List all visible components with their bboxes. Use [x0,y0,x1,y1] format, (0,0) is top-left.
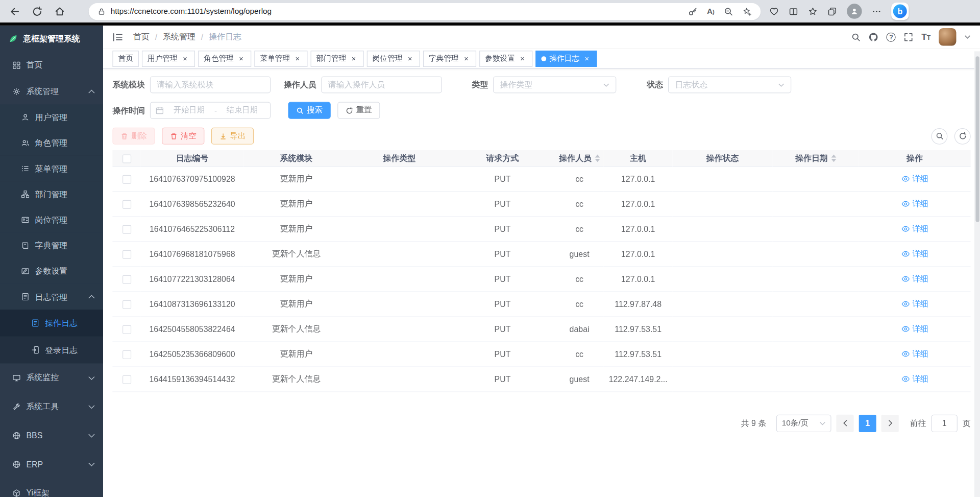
col-operator[interactable]: 操作人员 [555,150,604,167]
sidebar-item-department-management[interactable]: 部门管理 [0,181,103,207]
type-select[interactable]: 操作类型 [493,76,616,93]
app-logo[interactable]: 意框架管理系统 [0,26,103,52]
sidebar-item-log-management[interactable]: 日志管理 [0,284,103,310]
collections-icon[interactable] [827,7,837,16]
favorites-icon[interactable] [808,7,817,16]
detail-link[interactable]: 详细 [901,298,928,309]
table-row[interactable]: 1641076370975100928更新用户PUTcc127.0.0.1详细 [112,167,970,192]
table-row[interactable]: 1644159136394514432更新个人信息PUTguest122.247… [112,367,970,392]
detail-link[interactable]: 详细 [901,223,928,234]
table-row[interactable]: 1641077221303128064更新用户PUTcc127.0.0.1详细 [112,267,970,292]
row-checkbox[interactable] [122,175,131,184]
table-row[interactable]: 1642504558053822464更新个人信息PUTdabai112.97.… [112,317,970,342]
col-operation-date[interactable]: 操作日期 [772,150,859,167]
sidebar-item-system-monitor[interactable]: 系统监控 [0,363,103,392]
sidebar-item-yi-framework[interactable]: Yi框架 [0,479,103,497]
date-range-picker[interactable]: 开始日期 - 结束日期 [150,102,271,119]
row-checkbox[interactable] [122,250,131,259]
sidebar-item-post-management[interactable]: 岗位管理 [0,207,103,232]
add-favorite-icon[interactable] [743,7,752,16]
row-checkbox[interactable] [122,350,131,359]
close-icon[interactable]: × [293,54,302,63]
sidebar-item-user-management[interactable]: 用户管理 [0,104,103,130]
sidebar-item-bbs[interactable]: BBS [0,421,103,449]
reset-button[interactable]: 重置 [337,102,380,119]
github-icon[interactable] [869,32,878,41]
row-checkbox[interactable] [122,325,131,334]
table-row[interactable]: 1641076398565232640更新用户PUTcc127.0.0.1详细 [112,192,970,217]
hamburger-icon[interactable] [112,32,123,41]
clear-button[interactable]: 清空 [162,128,204,145]
close-icon[interactable]: × [462,54,471,63]
row-checkbox[interactable] [122,225,131,234]
detail-link[interactable]: 详细 [901,348,928,359]
detail-link[interactable]: 详细 [901,323,928,334]
scrollbar-thumb[interactable] [975,56,979,222]
detail-link[interactable]: 详细 [901,273,928,284]
row-checkbox[interactable] [122,300,131,309]
close-icon[interactable]: × [406,54,414,63]
copilot-icon[interactable]: b [891,3,909,20]
password-key-icon[interactable] [689,7,698,16]
tab-user-management[interactable]: 用户管理× [142,51,195,67]
tab-dictionary-management[interactable]: 字典管理× [423,51,476,67]
browser-profile-avatar[interactable] [847,4,862,18]
page-number-1[interactable]: 1 [859,414,876,432]
fullscreen-icon[interactable] [904,32,913,41]
address-bar[interactable]: https://ccnetcore.com:1101/system/log/op… [89,3,761,20]
browser-menu-icon[interactable] [872,7,881,16]
table-row[interactable]: 1641087313696133120更新用户PUTcc112.97.87.48… [112,292,970,317]
scrollbar[interactable] [974,51,980,497]
help-icon[interactable]: ? [887,32,896,41]
detail-link[interactable]: 详细 [901,198,928,209]
sidebar-item-menu-management[interactable]: 菜单管理 [0,156,103,181]
sidebar-item-login-log[interactable]: 登录日志 [0,337,103,364]
tab-parameter-settings[interactable]: 参数设置× [479,51,532,67]
prev-page-button[interactable] [836,414,853,432]
sidebar-item-operation-log[interactable]: 操作日志 [0,310,103,337]
split-screen-icon[interactable] [789,7,798,16]
table-row[interactable]: 1641076465225306112更新用户PUTcc127.0.0.1详细 [112,217,970,242]
chevron-down-icon[interactable] [964,35,970,39]
user-avatar[interactable] [939,28,956,45]
close-icon[interactable]: × [349,54,358,63]
sidebar-item-erp[interactable]: ERP [0,449,103,478]
delete-button[interactable]: 删除 [112,128,155,145]
module-input[interactable] [150,76,271,93]
row-checkbox[interactable] [122,200,131,209]
row-checkbox[interactable] [122,375,131,384]
sort-icon[interactable] [595,155,600,162]
font-size-icon[interactable]: TT [921,32,930,42]
refresh-table-button[interactable] [954,128,971,144]
detail-link[interactable]: 详细 [901,248,928,259]
browser-essentials-icon[interactable] [769,7,778,16]
tab-operation-log[interactable]: 操作日志× [535,51,597,67]
browser-back-button[interactable] [5,2,24,21]
sidebar-item-role-management[interactable]: 角色管理 [0,130,103,156]
detail-link[interactable]: 详细 [901,373,928,384]
operator-input[interactable] [321,76,442,93]
browser-refresh-button[interactable] [28,2,46,21]
tab-department-management[interactable]: 部门管理× [311,51,364,67]
search-icon[interactable] [851,32,861,41]
tab-home[interactable]: 首页 [112,51,138,67]
zoom-out-icon[interactable] [724,7,733,16]
sidebar-item-system-tools[interactable]: 系统工具 [0,392,103,421]
goto-page-input[interactable] [931,414,957,432]
table-row[interactable]: 1642505235366809600更新用户PUTcc112.97.53.51… [112,342,970,367]
search-button[interactable]: 搜索 [288,102,330,119]
breadcrumb-item-system[interactable]: 系统管理 [163,31,195,42]
table-row[interactable]: 1641076968181075968更新个人信息PUTguest127.0.0… [112,242,970,267]
close-icon[interactable]: × [237,54,246,63]
url-text[interactable]: https://ccnetcore.com:1101/system/log/op… [111,7,272,15]
next-page-button[interactable] [881,414,899,432]
read-aloud-icon[interactable]: A) [707,7,714,15]
sort-icon[interactable] [831,155,836,162]
select-all-checkbox[interactable] [122,154,131,163]
row-checkbox[interactable] [122,275,131,284]
tab-post-management[interactable]: 岗位管理× [367,51,420,67]
sidebar-item-dictionary-management[interactable]: 字典管理 [0,233,103,258]
status-select[interactable]: 日志状态 [668,76,791,93]
close-icon[interactable]: × [518,54,527,63]
close-icon[interactable]: × [181,54,189,63]
